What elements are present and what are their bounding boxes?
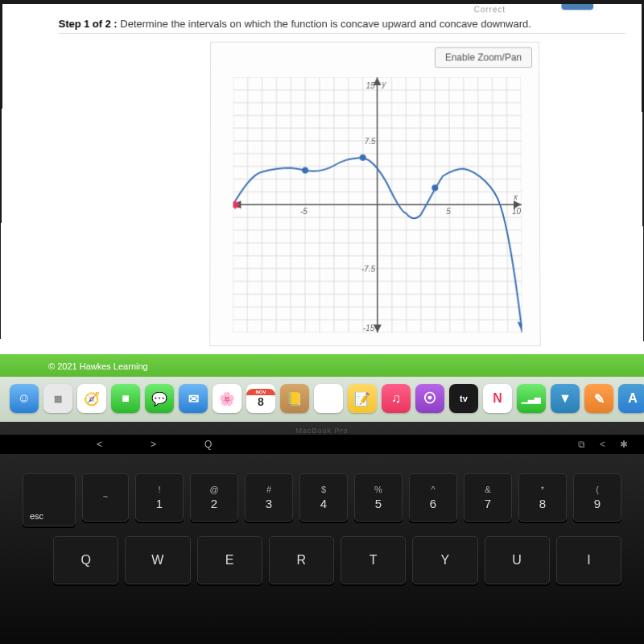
facetime-icon[interactable]: ■ bbox=[111, 384, 140, 413]
finder-icon[interactable]: ☺ bbox=[10, 384, 39, 413]
enable-zoom-button[interactable]: Enable Zoom/Pan bbox=[435, 47, 532, 68]
key-y[interactable]: Y bbox=[412, 536, 477, 584]
appletv-icon[interactable]: tv bbox=[449, 384, 478, 413]
key-1[interactable]: !1 bbox=[135, 473, 184, 522]
key-tilde[interactable]: ~ bbox=[82, 473, 129, 522]
inflection-point-1 bbox=[302, 167, 308, 174]
copyright-text: © 2021 Hawkes Learning bbox=[48, 361, 148, 371]
key-row-2: Q W E R T Y U I bbox=[0, 531, 644, 589]
music-icon[interactable]: ♫ bbox=[382, 384, 411, 413]
svg-marker-55 bbox=[518, 321, 522, 332]
star-marker-icon: ✸ bbox=[233, 198, 240, 212]
function-plot[interactable]: y x 15 7.5 -7.5 -15 -5 5 10 bbox=[233, 77, 522, 332]
pages-icon[interactable]: ✎ bbox=[584, 384, 613, 413]
podcasts-icon[interactable]: ⦿ bbox=[415, 384, 444, 413]
calendar-day: 8 bbox=[258, 395, 264, 408]
notes-icon[interactable]: 📝 bbox=[348, 384, 377, 413]
safari-icon[interactable]: 🧭 bbox=[77, 384, 106, 413]
touch-bar[interactable]: < > Q ⧉ < ✱ bbox=[0, 435, 644, 454]
y-axis-label: y bbox=[381, 80, 386, 89]
key-e[interactable]: E bbox=[197, 536, 262, 584]
laptop-screen: Correct Step 1 of 2 : Determine the inte… bbox=[0, 4, 644, 398]
svg-text:10: 10 bbox=[512, 207, 522, 216]
header-tab[interactable] bbox=[561, 4, 593, 10]
keynote-icon[interactable]: ▼ bbox=[551, 384, 580, 413]
svg-text:-5: -5 bbox=[300, 207, 308, 216]
key-7[interactable]: &7 bbox=[464, 473, 512, 522]
mail-icon[interactable]: ✉ bbox=[179, 384, 208, 413]
news-icon[interactable]: N bbox=[483, 384, 512, 413]
calendar-icon[interactable]: NOV 8 bbox=[246, 384, 275, 413]
svg-text:15: 15 bbox=[366, 81, 376, 90]
question-text: Step 1 of 2 : Determine the intervals on… bbox=[59, 18, 625, 34]
messages-icon[interactable]: 💬 bbox=[145, 384, 174, 413]
svg-text:5: 5 bbox=[446, 207, 451, 216]
key-6[interactable]: ^6 bbox=[409, 473, 457, 522]
launchpad-icon[interactable]: ▦ bbox=[43, 384, 72, 413]
inflection-point-3 bbox=[431, 184, 438, 191]
inflection-point-2 bbox=[360, 155, 366, 161]
key-2[interactable]: @2 bbox=[190, 473, 238, 522]
macos-dock: ☺ ▦ 🧭 ■ 💬 ✉ 🌸 NOV 8 📒 📝 ♫ ⦿ tv N ▁▃▅ ▼ ✎… bbox=[5, 380, 639, 417]
key-r[interactable]: R bbox=[269, 536, 334, 584]
keyboard: esc ~ !1 @2 #3 $4 %5 ^6 &7 *8 (9 Q W E R… bbox=[0, 469, 644, 644]
touchbar-search-icon[interactable]: Q bbox=[204, 439, 212, 450]
question-body: Determine the intervals on which the fun… bbox=[120, 18, 530, 30]
key-8[interactable]: *8 bbox=[518, 473, 567, 522]
status-correct: Correct bbox=[474, 6, 506, 14]
svg-marker-47 bbox=[374, 324, 382, 332]
key-tab-edge bbox=[23, 536, 47, 583]
touchbar-chevron-icon[interactable]: < bbox=[600, 439, 605, 450]
calendar-month: NOV bbox=[246, 389, 275, 395]
macbook-label: MacBook Pro bbox=[0, 427, 644, 435]
photos-icon[interactable]: 🌸 bbox=[213, 384, 242, 413]
key-i[interactable]: I bbox=[556, 536, 621, 584]
svg-text:7.5: 7.5 bbox=[365, 137, 376, 146]
key-row-1: esc ~ !1 @2 #3 $4 %5 ^6 &7 *8 (9 bbox=[0, 469, 644, 531]
step-label: Step 1 of 2 : bbox=[59, 18, 118, 30]
key-3[interactable]: #3 bbox=[245, 473, 293, 522]
svg-text:-15: -15 bbox=[363, 324, 375, 332]
touchbar-brightness-icon[interactable]: ✱ bbox=[620, 439, 628, 450]
numbers-icon[interactable]: ▁▃▅ bbox=[517, 384, 546, 413]
contacts-icon[interactable]: 📒 bbox=[280, 384, 309, 413]
graph-panel: Enable Zoom/Pan bbox=[209, 42, 541, 346]
key-w[interactable]: W bbox=[125, 536, 190, 584]
key-u[interactable]: U bbox=[485, 536, 550, 584]
reminders-icon[interactable] bbox=[314, 384, 343, 413]
key-9[interactable]: (9 bbox=[573, 473, 621, 522]
page-footer: © 2021 Hawkes Learning bbox=[0, 354, 644, 378]
svg-text:-7.5: -7.5 bbox=[361, 265, 376, 274]
touchbar-window-icon[interactable]: ⧉ bbox=[578, 439, 585, 450]
key-4[interactable]: $4 bbox=[299, 473, 348, 522]
key-t[interactable]: T bbox=[341, 536, 406, 584]
touchbar-forward-icon[interactable]: > bbox=[151, 439, 156, 450]
appstore-icon[interactable]: A bbox=[618, 384, 644, 413]
touchbar-back-icon[interactable]: < bbox=[97, 439, 102, 450]
key-esc[interactable]: esc bbox=[23, 473, 76, 526]
key-5[interactable]: %5 bbox=[354, 473, 402, 522]
key-q[interactable]: Q bbox=[53, 536, 118, 584]
webpage: Correct Step 1 of 2 : Determine the inte… bbox=[0, 4, 644, 398]
plot-svg: y x 15 7.5 -7.5 -15 -5 5 10 bbox=[233, 77, 522, 332]
x-axis-label: x bbox=[513, 192, 518, 201]
